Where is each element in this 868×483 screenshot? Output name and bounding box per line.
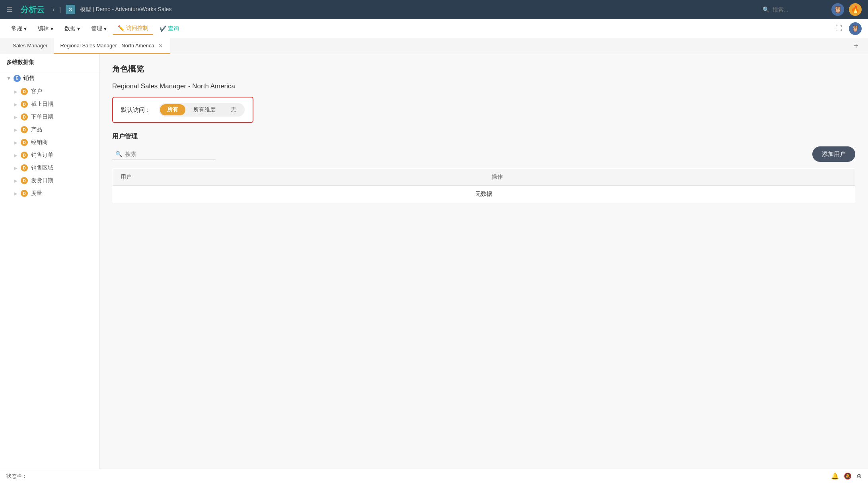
- nav-manage-arrow: ▾: [104, 25, 107, 32]
- nav-query-label: 查询: [168, 25, 179, 32]
- item-arrow-salesregion: ▶: [14, 166, 18, 170]
- nav-manage-label: 管理: [91, 25, 102, 32]
- badge-d-shipdate: D: [21, 177, 28, 184]
- search-input[interactable]: [773, 6, 820, 13]
- tab-regional-sales-manager[interactable]: Regional Sales Manager - North America ✕: [54, 38, 170, 54]
- search-row: 🔍 添加用户: [112, 146, 855, 162]
- sidebar-item-orderdate[interactable]: ▶ D 下单日期: [0, 111, 99, 123]
- access-option-all[interactable]: 所有: [160, 104, 185, 115]
- no-data-text: 无数据: [113, 186, 855, 203]
- nav-access-control[interactable]: ✏️ 访问控制: [113, 22, 153, 35]
- sidebar-item-salesregion[interactable]: ▶ D 销售区域: [0, 162, 99, 174]
- sidebar-item-salesorder[interactable]: ▶ D 销售订单: [0, 149, 99, 162]
- nav-query[interactable]: ✔️ 查询: [155, 23, 184, 35]
- badge-d-orderdate: D: [21, 113, 28, 121]
- top-bar: ☰ 分析云 ‹ | ⊙ 模型 | Demo - AdventureWorks S…: [0, 0, 868, 19]
- sidebar-label-orderdate: 下单日期: [31, 113, 53, 121]
- item-arrow-shipdate: ▶: [14, 179, 18, 183]
- add-user-button[interactable]: 添加用户: [812, 146, 855, 162]
- nav-general-label: 常规: [11, 25, 22, 32]
- model-icon: ⊙: [66, 5, 75, 14]
- sidebar-label-product: 产品: [31, 126, 42, 133]
- access-control-box: 默认访问： 所有 所有维度 无: [112, 97, 253, 123]
- sidebar-label-dealer: 经销商: [31, 139, 48, 146]
- search-box: 🔍: [112, 148, 216, 160]
- model-title: 模型 | Demo - AdventureWorks Sales: [80, 6, 172, 13]
- item-arrow-measure: ▶: [14, 191, 18, 196]
- flame-icon[interactable]: 🔥: [849, 3, 862, 16]
- user-table: 用户 操作 无数据: [112, 168, 855, 203]
- sidebar-label-shipdate: 发货日期: [31, 177, 53, 184]
- sidebar-label-measure: 度量: [31, 190, 42, 197]
- nav-general[interactable]: 常规 ▾: [6, 23, 31, 35]
- role-name: Regional Sales Manager - North America: [112, 82, 855, 90]
- tab-sales-manager[interactable]: Sales Manager: [6, 38, 54, 54]
- badge-d-measure: D: [21, 190, 28, 197]
- nav-manage[interactable]: 管理 ▾: [86, 23, 111, 35]
- badge-d-product: D: [21, 126, 28, 133]
- sidebar-label-cutoffdate: 截止日期: [31, 101, 53, 108]
- sidebar-item-shipdate[interactable]: ▶ D 发货日期: [0, 174, 99, 187]
- sidebar-label-salesregion: 销售区域: [31, 164, 53, 171]
- sidebar-item-dealer[interactable]: ▶ D 经销商: [0, 136, 99, 149]
- separator: |: [59, 6, 61, 13]
- tab-close-icon[interactable]: ✕: [158, 42, 164, 50]
- nav-data-arrow: ▾: [77, 25, 80, 32]
- sidebar-group-sales-label: 销售: [23, 74, 35, 82]
- nav-data[interactable]: 数据 ▾: [60, 23, 85, 35]
- sidebar-label-salesorder: 销售订单: [31, 152, 53, 159]
- user-management-title: 用户管理: [112, 132, 855, 141]
- table-header-operation: 操作: [484, 169, 855, 186]
- nav-avatar[interactable]: 🦉: [849, 22, 862, 35]
- tab-bar: Sales Manager Regional Sales Manager - N…: [0, 38, 868, 54]
- sidebar-item-product[interactable]: ▶ D 产品: [0, 123, 99, 136]
- back-button[interactable]: ‹: [53, 6, 54, 13]
- access-option-all-dimensions[interactable]: 所有维度: [186, 104, 223, 115]
- secondary-nav: 常规 ▾ 编辑 ▾ 数据 ▾ 管理 ▾ ✏️ 访问控制 ✔️ 查询 ⛶ 🦉: [0, 19, 868, 38]
- top-bar-icons: 🦉 🔥: [831, 3, 862, 16]
- content-area: 角色概览 Regional Sales Manager - North Amer…: [99, 54, 868, 469]
- access-toggle-group: 所有 所有维度 无: [159, 103, 245, 117]
- sidebar: 多维数据集 ▼ E 销售 ▶ D 客户 ▶ D 截止日期 ▶ D 下单日期 ▶ …: [0, 54, 99, 469]
- sidebar-item-cutoffdate[interactable]: ▶ D 截止日期: [0, 98, 99, 111]
- sidebar-item-customer[interactable]: ▶ D 客户: [0, 85, 99, 98]
- access-label: 默认访问：: [121, 106, 151, 114]
- table-header-user: 用户: [113, 169, 484, 186]
- user-search-input[interactable]: [125, 151, 205, 157]
- badge-d-salesregion: D: [21, 164, 28, 171]
- main-layout: 多维数据集 ▼ E 销售 ▶ D 客户 ▶ D 截止日期 ▶ D 下单日期 ▶ …: [0, 54, 868, 469]
- badge-d-dealer: D: [21, 139, 28, 146]
- nav-edit-label: 编辑: [38, 25, 49, 32]
- badge-e-icon: E: [14, 75, 21, 82]
- search-icon: 🔍: [763, 6, 769, 13]
- sidebar-group-sales[interactable]: ▼ E 销售: [0, 71, 99, 85]
- item-arrow-right-customer: ▶: [14, 90, 18, 94]
- badge-d-customer: D: [21, 88, 28, 95]
- badge-d-cutoffdate: D: [21, 101, 28, 108]
- expand-icon[interactable]: ⛶: [832, 23, 846, 34]
- search-bar: 🔍: [763, 6, 820, 13]
- sidebar-label-customer: 客户: [31, 88, 42, 95]
- hamburger-icon[interactable]: ☰: [6, 5, 13, 14]
- nav-query-icon: ✔️: [160, 25, 166, 32]
- nav-access-label: 访问控制: [126, 25, 148, 32]
- access-option-none[interactable]: 无: [224, 104, 243, 115]
- group-arrow-down: ▼: [6, 76, 11, 81]
- section-title: 角色概览: [112, 64, 855, 74]
- tab-add-button[interactable]: +: [850, 40, 862, 52]
- app-logo: 分析云: [21, 4, 45, 15]
- tab-sales-manager-label: Sales Manager: [13, 43, 47, 49]
- item-arrow-dealer: ▶: [14, 140, 18, 145]
- sidebar-item-measure[interactable]: ▶ D 度量: [0, 187, 99, 200]
- nav-data-label: 数据: [64, 25, 76, 32]
- tab-regional-label: Regional Sales Manager - North America: [60, 43, 154, 49]
- nav-edit[interactable]: 编辑 ▾: [33, 23, 58, 35]
- owl-avatar[interactable]: 🦉: [831, 3, 844, 16]
- nav-general-arrow: ▾: [24, 25, 27, 32]
- nav-access-icon: ✏️: [118, 25, 125, 31]
- badge-d-salesorder: D: [21, 152, 28, 159]
- item-arrow-orderdate: ▶: [14, 115, 18, 119]
- item-arrow-salesorder: ▶: [14, 153, 18, 158]
- nav-edit-arrow: ▾: [51, 25, 53, 32]
- sidebar-title: 多维数据集: [0, 54, 99, 71]
